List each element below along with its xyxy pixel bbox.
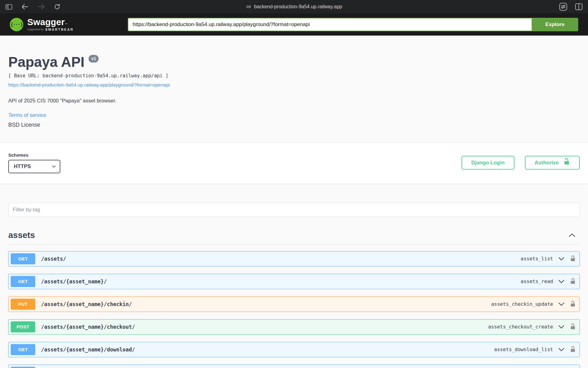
schemes-label: Schemes — [8, 152, 60, 158]
operation-id: assets_checkin_update — [491, 301, 553, 307]
unlock-icon — [570, 346, 576, 353]
version-badge: v1 — [89, 55, 99, 63]
operation-row[interactable]: GET — [8, 365, 580, 368]
authorize-button[interactable]: Authorize — [525, 156, 580, 170]
license-text: BSD License — [8, 122, 580, 142]
expand-operation-button[interactable] — [558, 347, 565, 353]
unlock-icon — [570, 278, 576, 285]
unlock-icon — [564, 158, 570, 167]
api-description: API of 2025 CIS 7000 "Papaya" asset brow… — [8, 98, 580, 104]
filter-by-tag-input[interactable] — [8, 203, 580, 217]
browser-chrome: backend-production-9a54.up.railway.app — [0, 0, 588, 13]
django-login-button[interactable]: Django Login — [462, 156, 514, 170]
chevron-up-icon — [568, 233, 576, 238]
base-url: [ Base URL: backend-production-9a54.up.r… — [8, 73, 580, 79]
split-view-icon[interactable] — [575, 3, 582, 10]
chevron-down-icon — [558, 324, 565, 330]
trademark-symbol: ™ — [65, 23, 67, 26]
chevron-down-icon — [558, 256, 565, 262]
tag-name: assets — [8, 230, 35, 240]
chevron-down-icon — [558, 347, 565, 353]
expand-operation-button[interactable] — [558, 324, 565, 330]
swagger-topbar: {···} Swagger™ Supported bySMARTBEAR Exp… — [0, 13, 588, 36]
operation-id: assets_checkout_create — [488, 324, 553, 330]
operation-id: assets_download_list — [494, 347, 553, 352]
operation-path: /assets/{asset_name}/ — [41, 278, 107, 285]
operation-path: /assets/ — [41, 256, 66, 262]
spec-link[interactable]: https://backend-production-9a54.up.railw… — [8, 82, 170, 88]
back-arrow-icon[interactable] — [21, 4, 28, 10]
unlock-icon — [570, 255, 576, 262]
link-icon — [246, 4, 251, 10]
tag-header-assets[interactable]: assets — [8, 230, 580, 245]
operation-row[interactable]: GET /assets/{asset_name}/download/ asset… — [8, 342, 580, 357]
method-badge: GET — [11, 344, 35, 355]
brand-subtitle: Supported bySMARTBEAR — [27, 28, 74, 31]
page-title: Papaya API v1 — [8, 54, 580, 70]
scheme-container: Schemes HTTPS Django Login Authorize — [0, 142, 588, 184]
method-badge: GET — [11, 367, 35, 368]
terms-of-service-link[interactable]: Terms of service — [8, 112, 46, 118]
auth-lock-button[interactable] — [570, 255, 576, 262]
address-bar-domain: backend-production-9a54.up.railway.app — [254, 4, 342, 10]
explore-button[interactable]: Explore — [532, 18, 578, 31]
operation-id: assets_list — [521, 256, 553, 262]
auth-lock-button[interactable] — [570, 346, 576, 353]
chevron-down-icon — [558, 301, 565, 307]
unlock-icon — [570, 324, 576, 330]
operation-row[interactable]: GET /assets/ assets_list — [8, 251, 580, 266]
collapse-section-button[interactable] — [568, 233, 576, 238]
operation-row[interactable]: PUT /assets/{asset_name}/checkin/ assets… — [8, 297, 580, 312]
method-badge: PUT — [11, 299, 35, 310]
auth-lock-button[interactable] — [570, 301, 576, 308]
method-badge: POST — [11, 321, 35, 332]
page-settings-icon[interactable] — [559, 3, 567, 11]
expand-operation-button[interactable] — [558, 256, 565, 262]
operation-row[interactable]: GET /assets/{asset_name}/ assets_read — [8, 274, 580, 289]
operation-row[interactable]: POST /assets/{asset_name}/checkout/ asse… — [8, 319, 580, 335]
spec-url-input[interactable] — [128, 18, 532, 31]
operation-path: /assets/{asset_name}/checkin/ — [41, 301, 132, 307]
operation-path: /assets/{asset_name}/checkout/ — [41, 324, 135, 330]
tag-section-assets: assets GET /assets/ assets_list GET /ass… — [0, 217, 588, 368]
auth-lock-button[interactable] — [570, 324, 576, 330]
forward-arrow-icon[interactable] — [38, 4, 45, 10]
brand-name: Swagger™ — [27, 18, 74, 27]
method-badge: GET — [11, 276, 35, 287]
swagger-logo-icon: {···} — [10, 18, 23, 31]
operation-id: assets_read — [521, 278, 553, 284]
api-info-section: Papaya API v1 [ Base URL: backend-produc… — [0, 36, 588, 142]
operation-path: /assets/{asset_name}/download/ — [41, 347, 135, 353]
sidebar-toggle-icon[interactable] — [6, 4, 12, 10]
auth-lock-button[interactable] — [570, 278, 576, 285]
swagger-brand: {···} Swagger™ Supported bySMARTBEAR — [10, 18, 128, 31]
unlock-icon — [570, 301, 576, 308]
scheme-select[interactable]: HTTPS — [8, 160, 60, 173]
method-badge: GET — [11, 253, 35, 264]
chevron-down-icon — [558, 278, 565, 285]
address-bar[interactable]: backend-production-9a54.up.railway.app — [214, 4, 374, 10]
filter-container — [0, 184, 588, 217]
expand-operation-button[interactable] — [558, 301, 565, 307]
expand-operation-button[interactable] — [558, 278, 565, 285]
reload-icon[interactable] — [54, 3, 60, 10]
operations-list: GET /assets/ assets_list GET /assets/{as… — [8, 251, 580, 368]
